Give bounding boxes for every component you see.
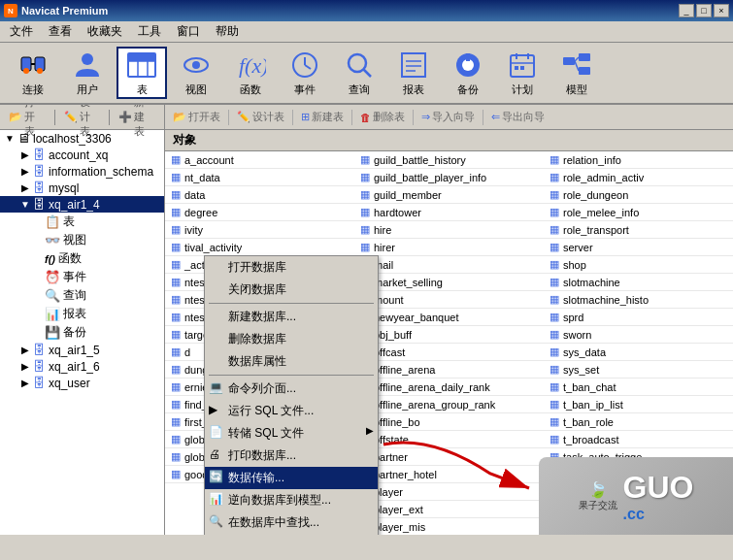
table-row[interactable]: ▦slotmachine_histo (544, 291, 733, 309)
table-row[interactable]: ▦ivity (165, 221, 354, 239)
ctx-data-transfer[interactable]: 🔄 数据传输... (205, 467, 378, 489)
view-button[interactable]: 视图 (171, 47, 221, 99)
table-row[interactable]: ▦t_broadcast (544, 431, 733, 448)
table-row[interactable]: ▦offstate (354, 431, 544, 448)
tree-info-schema[interactable]: ▶ 🗄 information_schema (0, 163, 164, 180)
connect-label: 连接 (22, 82, 44, 97)
ctx-close-db[interactable]: 关闭数据库 (205, 279, 378, 301)
table-row[interactable]: ▦offcast (354, 344, 544, 361)
schedule-button[interactable]: 计划 (497, 47, 548, 99)
table-row[interactable]: ▦newyear_banquet (354, 309, 544, 326)
table-row[interactable]: ▦hire (354, 221, 544, 239)
table-button[interactable]: 表 (117, 47, 167, 99)
table-row[interactable]: ▦hardtower (354, 204, 544, 221)
table-row[interactable]: ▦slotmachine (544, 274, 733, 291)
table-row[interactable]: ▦nt_data (165, 169, 354, 186)
tree-backup-node[interactable]: 💾 备份 (0, 323, 164, 342)
table-row[interactable]: ▦obj_buff (354, 326, 544, 344)
table-row[interactable]: ▦guild_battle_player_info (354, 169, 544, 186)
menu-file[interactable]: 文件 (2, 21, 41, 42)
menu-help[interactable]: 帮助 (208, 21, 247, 42)
ctx-reverse-model[interactable]: 📊 逆向数据库到模型... (205, 489, 378, 511)
maximize-button[interactable]: □ (696, 4, 712, 17)
close-button[interactable]: × (714, 4, 729, 17)
ctx-delete-db[interactable]: 删除数据库 (205, 328, 378, 350)
minimize-button[interactable]: _ (679, 4, 694, 17)
open-table-content-btn[interactable]: 📂 打开表 (169, 108, 224, 126)
menu-window[interactable]: 窗口 (169, 21, 208, 42)
query-button[interactable]: 查询 (334, 47, 384, 99)
table-row[interactable]: ▦sys_set (544, 361, 733, 379)
table-row[interactable]: ▦server (544, 239, 733, 256)
ctx-open-db[interactable]: 打开数据库 (205, 256, 378, 279)
ctx-run-sql[interactable]: ▶ 运行 SQL 文件... (205, 400, 378, 422)
table-row[interactable]: ▦relation_info (544, 151, 733, 169)
tree-xq-user[interactable]: ▶ 🗄 xq_user (0, 375, 164, 391)
ctx-dump-sql[interactable]: 📄 转储 SQL 文件 ▶ (205, 422, 378, 445)
table-row[interactable]: ▦role_transport (544, 221, 733, 239)
table-row[interactable]: ▦player_ext (354, 501, 544, 518)
table-row[interactable]: ▦a_account (165, 151, 354, 169)
tree-report-node[interactable]: 📊 报表 (0, 305, 164, 323)
table-row[interactable]: ▦t_ban_role (544, 413, 733, 431)
report-button[interactable]: 报表 (388, 47, 439, 99)
ctx-print-db[interactable]: 🖨 打印数据库... (205, 445, 378, 467)
table-row[interactable]: ▦partner (354, 448, 544, 466)
tree-xq-air16[interactable]: ▶ 🗄 xq_air1_6 (0, 358, 164, 375)
table-row[interactable]: ▦offline_arena_daily_rank (354, 379, 544, 396)
user-button[interactable]: 用户 (62, 47, 113, 99)
table-row[interactable]: ▦data (165, 186, 354, 204)
tree-func-node[interactable]: f() 函数 (0, 249, 164, 268)
new-table-btn[interactable]: ➕ 新建表 (114, 105, 160, 142)
table-row[interactable]: ▦market_selling (354, 274, 544, 291)
tree-xq-air15[interactable]: ▶ 🗄 xq_air1_5 (0, 342, 164, 358)
table-row[interactable]: ▦sys_data (544, 344, 733, 361)
ctx-db-props[interactable]: 数据库属性 (205, 350, 378, 373)
table-row[interactable]: ▦mail (354, 256, 544, 274)
menu-view[interactable]: 查看 (41, 21, 80, 42)
function-button[interactable]: f(x) 函数 (225, 47, 276, 99)
table-row[interactable]: ▦guild_member (354, 186, 544, 204)
table-row[interactable]: ▦guild_battle_history (354, 151, 544, 169)
tree-xq-air14[interactable]: ▼ 🗄 xq_air1_4 (0, 196, 164, 213)
tree-account-xq[interactable]: ▶ 🗄 account_xq (0, 147, 164, 163)
table-row[interactable]: ▦shop (544, 256, 733, 274)
table-row[interactable]: ▦player_mis (354, 518, 544, 535)
table-row[interactable]: ▦t_ban_ip_list (544, 396, 733, 413)
backup-button[interactable]: 备份 (443, 47, 493, 99)
table-row[interactable]: ▦mount (354, 291, 544, 309)
tree-query-node[interactable]: 🔍 查询 (0, 286, 164, 305)
table-row[interactable]: ▦offline_arena (354, 361, 544, 379)
export-wizard-btn[interactable]: ⇐ 导出向导 (487, 108, 549, 126)
ctx-find-in-db[interactable]: 🔍 在数据库中查找... (205, 511, 378, 534)
tree-view-node[interactable]: 👓 视图 (0, 231, 164, 249)
delete-table-content-btn[interactable]: 🗑 删除表 (356, 108, 409, 126)
ctx-cmd-console[interactable]: 💻 命令列介面... (205, 378, 378, 400)
table-row[interactable]: ▦sworn (544, 326, 733, 344)
menu-tools[interactable]: 工具 (130, 21, 169, 42)
table-row[interactable]: ▦tival_activity (165, 239, 354, 256)
table-row[interactable]: ▦offline_arena_group_rank (354, 396, 544, 413)
tree-event-node[interactable]: ⏰ 事件 (0, 268, 164, 286)
table-row[interactable]: ▦hirer (354, 239, 544, 256)
tree-mysql[interactable]: ▶ 🗄 mysql (0, 180, 164, 196)
tree-table-node[interactable]: 📋 表 (0, 213, 164, 231)
table-row[interactable]: ▦degree (165, 204, 354, 221)
ctx-db-props-label: 数据库属性 (228, 354, 286, 368)
table-row[interactable]: ▦offline_bo (354, 413, 544, 431)
new-table-content-btn[interactable]: ⊞ 新建表 (297, 108, 348, 126)
connect-button[interactable]: 连接 (8, 47, 58, 99)
table-row[interactable]: ▦role_admin_activ (544, 169, 733, 186)
table-row[interactable]: ▦role_melee_info (544, 204, 733, 221)
event-button[interactable]: 事件 (280, 47, 330, 99)
table-row[interactable]: ▦role_dungeon (544, 186, 733, 204)
ctx-new-db[interactable]: 新建数据库... (205, 306, 378, 328)
import-wizard-btn[interactable]: ⇒ 导入向导 (417, 108, 479, 126)
menu-favorites[interactable]: 收藏夹 (80, 21, 130, 42)
table-row[interactable]: ▦player (354, 483, 544, 501)
table-row[interactable]: ▦t_ban_chat (544, 379, 733, 396)
design-table-content-btn[interactable]: ✏️ 设计表 (233, 108, 288, 126)
table-row[interactable]: ▦partner_hotel (354, 466, 544, 483)
model-button[interactable]: 模型 (551, 47, 602, 99)
table-row[interactable]: ▦sprd (544, 309, 733, 326)
